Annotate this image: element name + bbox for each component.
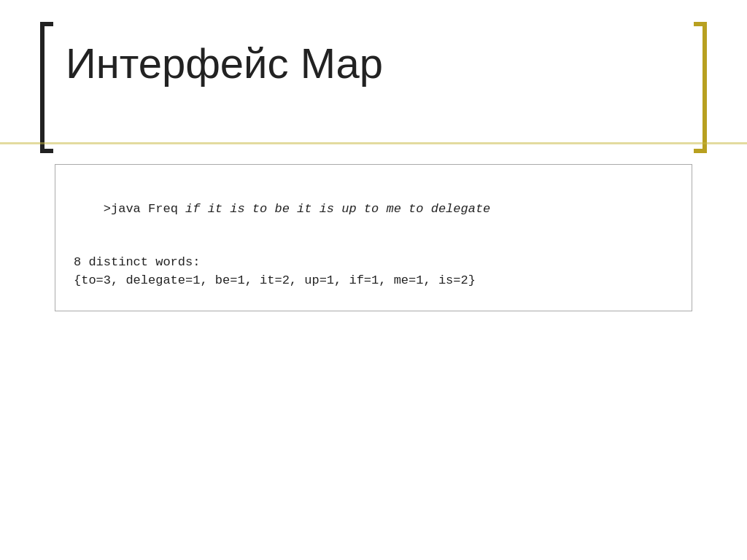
title-rule: [0, 142, 747, 144]
word-map-line: {to=3, delegate=1, be=1, it=2, up=1, if=…: [74, 271, 673, 290]
code-command-prefix: >java Freq: [104, 202, 185, 216]
page-title: Интерфейс Мар: [66, 40, 681, 87]
code-command-args: if it is to be it is up to me to delegat…: [185, 202, 490, 216]
left-bracket-decoration: [40, 22, 53, 153]
code-command-line: >java Freq if it is to be it is up to me…: [74, 181, 673, 237]
right-bracket-decoration: [694, 22, 707, 153]
spacer: [74, 237, 673, 253]
code-output-box: >java Freq if it is to be it is up to me…: [55, 164, 692, 311]
title-area: Интерфейс Мар: [66, 40, 681, 87]
distinct-words-line: 8 distinct words:: [74, 253, 673, 272]
